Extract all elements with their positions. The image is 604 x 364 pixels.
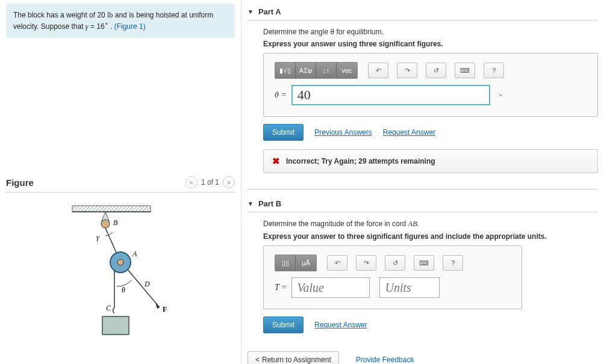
- chevron-left-icon: <: [255, 356, 260, 364]
- part-b-answer-box: ▯▯ µÅ ↶ ↷ ↺ ⌨ ? T =: [263, 245, 522, 309]
- svg-text:A: A: [132, 250, 137, 258]
- help-button[interactable]: ?: [443, 255, 463, 271]
- figure-link[interactable]: (Figure 1): [114, 22, 146, 31]
- redo-button[interactable]: ↷: [356, 255, 376, 271]
- caret-down-icon: ▼: [248, 8, 254, 15]
- part-a-toolbar: ▮√▯ ΑΣφ ↓↑ vec: [275, 62, 358, 79]
- part-b-submit-button[interactable]: Submit: [263, 316, 304, 333]
- keyboard-button[interactable]: ⌨: [455, 63, 475, 78]
- svg-marker-14: [155, 303, 160, 309]
- part-a-question: Determine the angle θ for equilibrium.: [263, 28, 598, 36]
- part-a-submit-button[interactable]: Submit: [263, 124, 304, 141]
- tool-template-button[interactable]: ▮√▯: [275, 63, 296, 78]
- problem-prompt: The block has a weight of 20 lb and is b…: [6, 4, 235, 38]
- caret-down-icon: ▼: [248, 200, 254, 207]
- part-a-answer-box: ▮√▯ ΑΣφ ↓↑ vec ↶ ↷ ↺ ⌨ ? θ =: [263, 53, 598, 117]
- svg-line-13: [128, 270, 160, 307]
- svg-point-2: [101, 220, 110, 228]
- undo-button[interactable]: ↶: [368, 63, 388, 78]
- svg-text:γ: γ: [96, 233, 99, 241]
- prompt-eq: = 16: [89, 22, 105, 31]
- part-b-variable: T =: [275, 283, 287, 292]
- reset-button[interactable]: ↺: [385, 255, 405, 271]
- figure-pager: < 1 of 1 >: [185, 176, 235, 188]
- incorrect-icon: ✖: [272, 156, 280, 167]
- part-a-instructions: Express your answer using three signific…: [263, 40, 598, 48]
- part-a-request-answer-link[interactable]: Request Answer: [383, 128, 435, 137]
- svg-rect-0: [72, 206, 151, 212]
- pager-prev-button[interactable]: <: [185, 176, 198, 188]
- prompt-text: The block has a weight of 20: [13, 11, 107, 19]
- svg-rect-11: [102, 316, 129, 335]
- part-b-instructions: Express your answer to three significant…: [263, 232, 598, 241]
- pager-text: 1 of 1: [201, 178, 219, 187]
- feedback-text: Incorrect; Try Again; 29 attempts remain…: [286, 157, 435, 165]
- svg-text:C: C: [106, 304, 111, 312]
- figure-title: Figure: [6, 177, 34, 188]
- degree-unit: ∘: [499, 91, 503, 99]
- pager-next-button[interactable]: >: [223, 176, 235, 188]
- provide-feedback-link[interactable]: Provide Feedback: [356, 356, 414, 364]
- tool-subscript-button[interactable]: ↓↑: [316, 63, 337, 78]
- part-a-answer-input[interactable]: [291, 85, 490, 105]
- svg-text:B: B: [113, 218, 118, 227]
- part-b-header[interactable]: ▼ Part B: [248, 196, 598, 212]
- svg-text:D: D: [144, 280, 150, 288]
- part-a-feedback: ✖ Incorrect; Try Again; 29 attempts rema…: [263, 149, 598, 173]
- redo-button[interactable]: ↷: [397, 63, 417, 78]
- tool-units-button[interactable]: µÅ: [296, 255, 316, 271]
- svg-text:θ: θ: [122, 286, 125, 294]
- tool-fraction-button[interactable]: ▯▯: [275, 255, 296, 271]
- svg-text:F: F: [163, 305, 167, 313]
- part-a-variable: θ =: [275, 90, 287, 100]
- part-a-title: Part A: [258, 7, 281, 16]
- reset-button[interactable]: ↺: [426, 63, 446, 78]
- return-to-assignment-button[interactable]: < Return to Assignment: [248, 351, 339, 364]
- part-b-request-answer-link[interactable]: Request Answer: [314, 321, 367, 329]
- tool-vector-button[interactable]: vec: [337, 63, 357, 78]
- prompt-after: .: [108, 22, 114, 31]
- part-b-title: Part B: [258, 199, 281, 208]
- part-b-units-input[interactable]: [379, 277, 440, 298]
- keyboard-button[interactable]: ⌨: [414, 255, 434, 271]
- part-b-question: Determine the magnitude of the force in …: [263, 220, 598, 229]
- previous-answers-link[interactable]: Previous Answers: [314, 128, 372, 137]
- part-a-header[interactable]: ▼ Part A: [248, 4, 598, 20]
- part-b-toolbar: ▯▯ µÅ: [275, 254, 317, 271]
- help-button[interactable]: ?: [484, 63, 504, 78]
- figure-diagram: B γ A C D: [6, 202, 235, 341]
- part-b-value-input[interactable]: [291, 277, 370, 298]
- undo-button[interactable]: ↶: [327, 255, 347, 271]
- svg-point-7: [117, 259, 123, 265]
- tool-greek-button[interactable]: ΑΣφ: [296, 63, 316, 78]
